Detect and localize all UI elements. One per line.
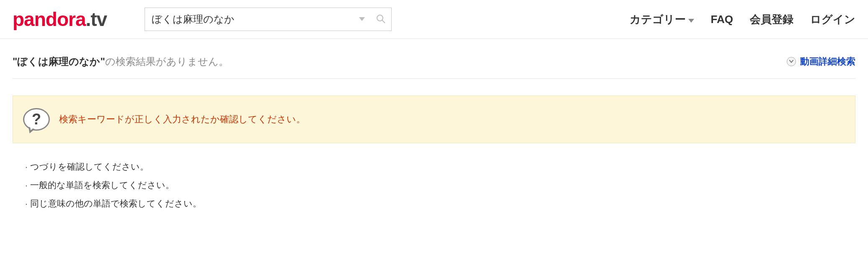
notice-box: ? 検索キーワードが正しく入力されたか確認してください。 bbox=[13, 95, 855, 143]
nav-faq-label: FAQ bbox=[711, 13, 733, 26]
nav-category[interactable]: カテゴリー bbox=[630, 12, 694, 27]
nav-signup[interactable]: 会員登録 bbox=[750, 12, 793, 27]
tip-item: 同じ意味の他の単語で検索してください。 bbox=[25, 194, 855, 213]
svg-marker-0 bbox=[359, 17, 365, 21]
search-input[interactable] bbox=[145, 8, 354, 31]
nav: カテゴリー FAQ 会員登録 ログイン bbox=[630, 12, 855, 27]
svg-line-2 bbox=[382, 20, 385, 23]
content: "ぼくは麻理のなか"の検索結果がありません。 動画詳細検索 ? 検索キーワードが… bbox=[0, 39, 868, 213]
search-icon bbox=[376, 14, 386, 25]
chevron-down-icon bbox=[359, 15, 365, 23]
nav-login-label: ログイン bbox=[810, 12, 855, 27]
notice-text: 検索キーワードが正しく入力されたか確認してください。 bbox=[59, 113, 305, 126]
tip-item: 一般的な単語を検索してください。 bbox=[25, 176, 855, 194]
logo-main: pandora bbox=[13, 8, 85, 31]
nav-login[interactable]: ログイン bbox=[810, 12, 855, 27]
svg-marker-3 bbox=[688, 19, 694, 23]
advanced-search-link[interactable]: 動画詳細検索 bbox=[787, 55, 855, 68]
search-query-text: ぼくは麻理のなか bbox=[17, 56, 100, 67]
result-heading-row: "ぼくは麻理のなか"の検索結果がありません。 動画詳細検索 bbox=[13, 39, 855, 79]
tip-item: つづりを確認してください。 bbox=[25, 157, 855, 176]
search-button[interactable] bbox=[370, 8, 391, 31]
nav-faq[interactable]: FAQ bbox=[711, 13, 733, 26]
nav-category-label: カテゴリー bbox=[630, 12, 686, 27]
svg-point-1 bbox=[377, 15, 383, 21]
logo-suffix: .tv bbox=[85, 8, 107, 31]
advanced-search-label: 動画詳細検索 bbox=[800, 55, 855, 68]
chevron-down-icon bbox=[688, 13, 694, 26]
logo[interactable]: pandora.tv bbox=[13, 8, 107, 31]
chevron-down-circle-icon bbox=[787, 57, 796, 66]
question-bubble-icon: ? bbox=[21, 106, 52, 133]
header: pandora.tv カテゴリー FAQ bbox=[0, 0, 868, 39]
no-result-message: "ぼくは麻理のなか"の検索結果がありません。 bbox=[13, 55, 229, 68]
tips-list: つづりを確認してください。 一般的な単語を検索してください。 同じ意味の他の単語… bbox=[13, 157, 855, 213]
search-box bbox=[145, 8, 392, 31]
search-filter-dropdown[interactable] bbox=[354, 15, 370, 23]
no-result-suffix: の検索結果がありません。 bbox=[105, 56, 229, 67]
nav-signup-label: 会員登録 bbox=[750, 12, 793, 27]
